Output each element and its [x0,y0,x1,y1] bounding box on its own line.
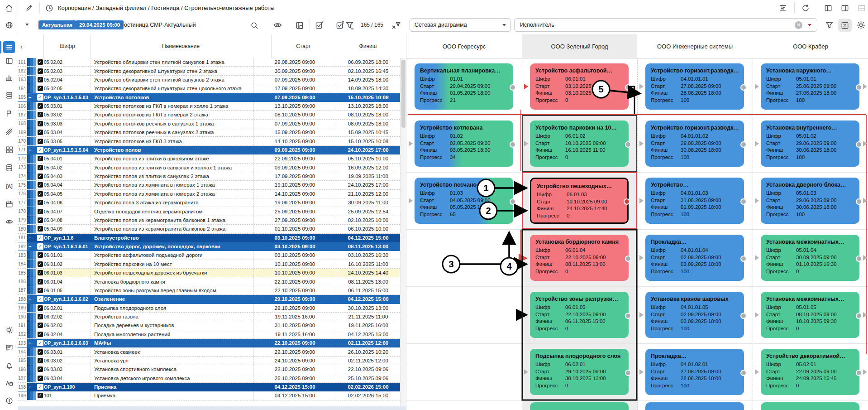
row-checkbox[interactable]: ✓ [38,156,43,161]
row-checkbox[interactable]: ✓ [38,209,43,214]
collapse-group-icon[interactable]: − [29,93,31,101]
collapse-group-icon[interactable]: − [29,339,31,347]
task-card[interactable]: Вертикальная планировка…Шифр01.01Старт29… [415,63,513,110]
split-right-icon[interactable] [839,2,851,14]
translate-icon[interactable] [3,377,15,389]
row-checkbox[interactable]: ✓ [38,165,43,170]
grouping-caret-icon[interactable] [808,24,811,26]
visibility-icon[interactable] [272,19,284,31]
split-left-icon[interactable] [822,2,835,14]
version-date-badge[interactable]: 29.04.2025 09:00 [76,20,124,29]
vertical-scrollbar-thumb[interactable] [401,60,405,128]
database-icon[interactable] [3,162,15,174]
row-checkbox[interactable]: ✓ [38,261,43,267]
task-card[interactable]: Установка наружного…Шифр05.01.01Старт25.… [761,63,859,110]
collapse-group-icon[interactable]: − [29,242,31,251]
row-checkbox[interactable]: ✓ [38,279,43,285]
globe-icon[interactable] [3,19,15,31]
table-row[interactable]: 174✓05.04.03Устройство полов из плитки в… [18,172,400,181]
task-card[interactable]: Устройство котлованаШифр01.02Старт02.05.… [415,121,513,167]
theme-icon[interactable] [3,324,15,336]
edit-icon[interactable] [23,2,35,14]
breadcrumb[interactable]: Корпорация / Западный филиал / Гостиница… [58,0,275,15]
filter-icon[interactable] [343,19,356,31]
table-row[interactable]: 194✓06.03.01Установка скамеек22.10.2025 … [18,347,400,356]
home-icon[interactable] [3,2,15,14]
task-list-icon[interactable] [3,41,15,53]
task-card[interactable]: Устройство песчано…Шифр01.03Старт04.05.2… [415,178,513,224]
row-height-icon[interactable] [777,2,789,14]
grouping-input[interactable]: Исполнитель ✕ [514,18,817,32]
table-row[interactable]: 166✓05.03.01Устройство потолков из ГКЛ в… [18,102,400,111]
table-row[interactable]: 189✓06.02.01Подсыпка плодородного слоя29… [18,304,400,313]
row-checkbox[interactable]: ✓ [37,296,43,302]
table-row[interactable]: 172✓05.04.01Устройство полов из плитки в… [18,154,400,163]
row-checkbox[interactable]: ✓ [38,288,43,293]
table-row[interactable]: 173✓05.04.02Устройство полов из плитки в… [18,164,400,172]
row-checkbox[interactable]: ✓ [38,112,43,117]
row-checkbox[interactable]: ✓ [38,358,43,363]
table-row[interactable]: 176✓05.04.05Устройство полов из ламината… [18,190,400,198]
vertical-scrollbar[interactable] [400,58,406,406]
table-row[interactable]: 183✓06.01.01Устройство асфальтовой подъе… [18,251,400,260]
board-icon[interactable] [3,55,15,67]
row-checkbox[interactable]: ✓ [38,59,43,65]
task-card[interactable]: Устройство горизонт.разводк…Шифр04.01.01… [645,121,744,167]
table-row[interactable]: 195✓06.03.02Установка урн24.10.2025 09:0… [18,357,400,365]
row-checkbox[interactable]: ✓ [37,94,43,101]
task-card[interactable]: Устройство декоративной…Шифр05.02.01Стар… [761,349,859,395]
collapse-group-icon[interactable]: − [29,234,31,242]
task-card-partial[interactable] [530,402,629,410]
row-checkbox[interactable]: ✓ [38,367,43,372]
table-row[interactable]: 162✓05.02.03Устройство декоративной штук… [18,67,400,75]
calendar-icon[interactable] [3,198,15,210]
table-row[interactable]: 165−✓OP_syn.1.1.5.1.5.03Устройство потол… [18,93,400,102]
task-card[interactable]: Прокладка…Шифр04.01.01.04Старт02.09.2025… [645,235,744,281]
chart-icon[interactable] [3,72,15,83]
info-icon[interactable] [3,395,15,406]
table-row[interactable]: 188−✓OP_syn.1.1.6.1.6.02Озеленение29.10.… [18,295,400,304]
horizontal-scrollbar[interactable] [18,406,406,410]
task-card[interactable]: Установка межкомнатных…Шифр05.01.04Старт… [761,235,859,281]
table-row[interactable]: 181−✓OP_syn.1.1.6Благоустройство03.10.20… [18,234,400,242]
task-card[interactable]: Подсыпка плодородного слояШифр06.02.01Ст… [530,349,629,395]
table-row[interactable]: 180✓05.04.09Устройство полов из керамогр… [18,225,400,233]
table-row[interactable]: 178✓05.04.07Отделка площадок лестниц кер… [18,207,400,216]
table-row[interactable]: 190✓06.02.02Устройство газона19.11.2025 … [18,313,400,321]
column-header-finish[interactable]: Финиш [336,34,400,58]
text-style-icon[interactable]: [A] [3,180,15,192]
row-checkbox[interactable]: ✓ [38,182,43,188]
row-checkbox[interactable]: ✓ [38,139,43,144]
row-checkbox[interactable]: ✓ [37,384,43,390]
task-card[interactable]: Установка межкомнатных…Шифр05.01.05Старт… [761,292,859,338]
table-row[interactable]: 163✓05.02.04Устройство облицовки стен пл… [18,76,400,84]
collapse-columns-button[interactable]: ‹ [18,34,44,58]
table-row[interactable]: 177✓05.04.06Устройство пола 3 этажа из к… [18,198,400,207]
version-badge[interactable]: Актуальная [38,20,76,29]
grouping-clear-icon[interactable]: ✕ [795,21,802,29]
bell-icon[interactable] [3,360,15,371]
task-card[interactable]: Установка кранов шаровыхШифр04.01.01.05С… [645,292,744,338]
row-checkbox[interactable]: ✓ [38,77,43,82]
column-header-start[interactable]: Старт [271,34,336,58]
table-row[interactable]: 167✓05.03.02Устройство потолков из ГКЛ в… [18,111,400,119]
row-checkbox[interactable]: ✓ [38,270,43,275]
table-row[interactable]: 191✓06.02.03Посадка деревьев и кустарник… [18,321,400,330]
row-checkbox[interactable]: ✓ [38,332,43,337]
funnel-icon[interactable] [823,19,835,31]
row-checkbox[interactable]: ✓ [38,226,43,232]
row-checkbox[interactable]: ✓ [37,235,43,241]
table-row[interactable]: 198−✓OP_syn.1.100Приемка04.12.2025 15:00… [18,383,400,391]
table-row[interactable]: 161✓05.02.02Устройство облицовки стен пл… [18,58,400,67]
table-row[interactable]: 184✓06.01.02Устройство парковки на 10 ме… [18,260,400,269]
row-checkbox[interactable]: ✓ [37,147,43,153]
task-card[interactable]: Устройство…Шифр04.01.01.03Старт31.08.202… [645,178,744,224]
table-row[interactable]: 187✓06.01.05Устройство зоны разгрузки пе… [18,286,400,295]
task-card[interactable]: Устройство зоны разгрузки…Шифр06.01.05Ст… [530,292,629,338]
table-row[interactable]: 197✓06.03.04Установка детского игрового … [18,374,400,383]
row-checkbox[interactable]: ✓ [38,349,43,355]
view-selector[interactable]: Сетевая диаграмма [410,18,511,32]
task-card[interactable]: Устройство асфальтовой…Шифр06.01.01Старт… [530,63,629,110]
fit-window-icon[interactable] [838,19,852,32]
row-checkbox[interactable]: ✓ [38,217,43,223]
